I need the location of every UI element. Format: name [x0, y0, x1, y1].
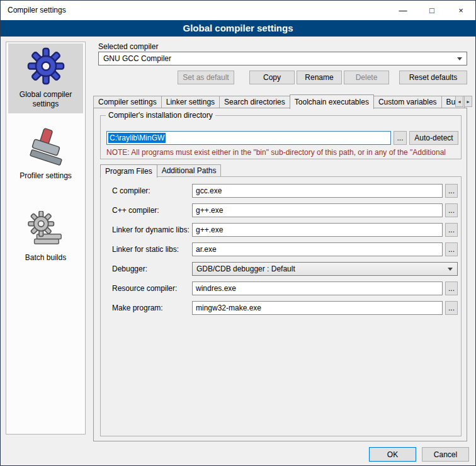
make-program-browse-button[interactable]: ...	[445, 301, 458, 315]
delete-button[interactable]: Delete	[344, 71, 389, 84]
chevron-down-icon	[445, 263, 456, 275]
window-title: Compiler settings	[8, 1, 66, 20]
install-dir-input[interactable]: C:\raylib\MinGW	[106, 131, 391, 145]
install-dir-group-label: Compiler's installation directory	[106, 111, 215, 120]
compiler-settings-dialog: Compiler settings — □ × Global compiler …	[0, 0, 476, 466]
form-row: C++ compiler: g++.exe ...	[101, 203, 461, 217]
form-row: C compiler: gcc.exe ...	[101, 184, 461, 198]
compiler-select-value: GNU GCC Compiler	[103, 54, 171, 63]
program-files-panel: C compiler: gcc.exe ... C++ compiler: g+…	[100, 176, 462, 436]
maximize-button[interactable]: □	[417, 1, 446, 20]
linker-static-label: Linker for static libs:	[112, 245, 179, 254]
subtab-additional-paths[interactable]: Additional Paths	[157, 164, 222, 177]
linker-dynamic-browse-button[interactable]: ...	[445, 223, 458, 237]
debugger-select[interactable]: GDB/CDB debugger : Default	[192, 262, 458, 276]
gear-icon	[26, 47, 65, 86]
settings-tab-bar: Compiler settings Linker settings Search…	[93, 94, 464, 108]
set-as-default-button[interactable]: Set as default	[178, 71, 234, 84]
compiler-button-row: Set as default Copy Rename Delete Reset …	[98, 71, 467, 84]
tab-custom-variables[interactable]: Custom variables	[373, 96, 442, 108]
tab-scroll-left-icon[interactable]: ◄	[455, 96, 463, 107]
tab-scroll-right-icon[interactable]: ►	[464, 96, 472, 107]
program-files-tab-bar: Program Files Additional Paths	[100, 164, 220, 177]
settings-sidebar: Global compiler settings Profiler settin…	[6, 42, 86, 435]
form-row: Linker for dynamic libs: g++.exe ...	[101, 223, 461, 237]
form-row: Resource compiler: windres.exe ...	[101, 281, 461, 295]
resource-compiler-browse-button[interactable]: ...	[445, 281, 458, 295]
cpp-compiler-input[interactable]: g++.exe	[192, 203, 443, 217]
tab-toolchain-executables[interactable]: Toolchain executables	[290, 94, 374, 109]
sidebar-item-label: Batch builds	[25, 253, 66, 263]
make-program-label: Make program:	[112, 304, 163, 312]
sidebar-item-global-compiler-settings[interactable]: Global compiler settings	[8, 43, 83, 113]
ok-button[interactable]: OK	[369, 447, 416, 462]
c-compiler-label: C compiler:	[112, 186, 150, 195]
sidebar-item-label: Global compiler settings	[9, 90, 82, 109]
sidebar-item-batch-builds[interactable]: Batch builds	[8, 208, 83, 267]
sidebar-item-profiler-settings[interactable]: Profiler settings	[8, 125, 83, 185]
tab-compiler-settings[interactable]: Compiler settings	[93, 96, 162, 108]
cpp-compiler-label: C++ compiler:	[112, 206, 159, 215]
resource-compiler-label: Resource compiler:	[112, 284, 177, 293]
resource-compiler-input[interactable]: windres.exe	[192, 281, 443, 295]
install-dir-group: Compiler's installation directory C:\ray…	[100, 115, 462, 159]
auto-detect-button[interactable]: Auto-detect	[409, 131, 458, 145]
form-row: Linker for static libs: ar.exe ...	[101, 242, 461, 256]
sidebar-item-label: Profiler settings	[20, 171, 72, 181]
subtab-program-files[interactable]: Program Files	[100, 164, 157, 178]
make-program-input[interactable]: mingw32-make.exe	[192, 301, 443, 315]
title-bar[interactable]: Compiler settings — □ ×	[1, 1, 475, 20]
toolchain-executables-panel: Compiler's installation directory C:\ray…	[93, 108, 467, 441]
tab-scroll-arrows: ◄ ►	[455, 96, 472, 107]
form-row: Debugger: GDB/CDB debugger : Default	[101, 262, 461, 276]
tab-search-directories[interactable]: Search directories	[219, 96, 290, 108]
install-dir-browse-button[interactable]: ...	[394, 131, 407, 145]
minimize-button[interactable]: —	[388, 1, 417, 20]
install-dir-note: NOTE: All programs must exist either in …	[106, 148, 459, 157]
linker-static-input[interactable]: ar.exe	[192, 242, 443, 256]
linker-dynamic-input[interactable]: g++.exe	[192, 223, 443, 237]
caption-buttons: — □ ×	[388, 1, 475, 20]
tab-linker-settings[interactable]: Linker settings	[161, 96, 220, 108]
dialog-header-title: Global compiler settings	[1, 20, 475, 37]
rename-button[interactable]: Rename	[297, 71, 342, 84]
debugger-label: Debugger:	[112, 264, 147, 273]
linker-static-browse-button[interactable]: ...	[445, 242, 458, 256]
form-row: Make program: mingw32-make.exe ...	[101, 301, 461, 315]
chevron-down-icon	[454, 53, 465, 64]
cancel-button[interactable]: Cancel	[422, 447, 469, 462]
reset-defaults-button[interactable]: Reset defaults	[399, 71, 467, 84]
profiler-tool-icon	[28, 128, 64, 167]
compiler-select[interactable]: GNU GCC Compiler	[98, 52, 467, 65]
selected-compiler-label: Selected compiler	[98, 42, 158, 51]
close-button[interactable]: ×	[446, 1, 475, 20]
c-compiler-input[interactable]: gcc.exe	[192, 184, 443, 198]
linker-dynamic-label: Linker for dynamic libs:	[112, 225, 190, 234]
c-compiler-browse-button[interactable]: ...	[445, 184, 458, 198]
copy-button[interactable]: Copy	[249, 71, 295, 84]
cpp-compiler-browse-button[interactable]: ...	[445, 203, 458, 217]
install-dir-selected-text: C:\raylib\MinGW	[108, 133, 166, 143]
batch-builds-gears-icon	[27, 211, 65, 249]
